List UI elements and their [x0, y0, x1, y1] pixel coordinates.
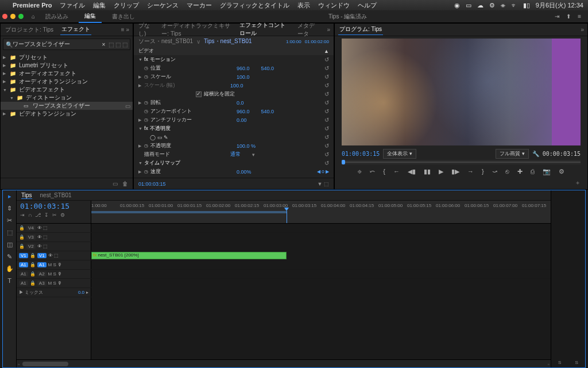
- timeline-option-icon[interactable]: ⚙: [60, 212, 65, 218]
- share-icon[interactable]: ⬆: [566, 13, 571, 20]
- timeline-tool[interactable]: T: [7, 277, 11, 284]
- zoom-dropdown[interactable]: 全体表示 ▾: [383, 149, 416, 159]
- home-icon[interactable]: ⌂: [32, 13, 35, 20]
- tree-item[interactable]: ▶📁オーディオトランジション: [1, 78, 133, 86]
- timeline-clip[interactable]: fx nest_STB01 [200%]: [91, 252, 287, 259]
- workspace-menu-icon[interactable]: ≡: [578, 13, 581, 20]
- transport-button[interactable]: }: [482, 168, 484, 175]
- timeline-tool[interactable]: ✂: [7, 217, 12, 224]
- transport-button[interactable]: 📷: [543, 168, 551, 175]
- timeline-toggle-icon[interactable]: ▲: [324, 48, 329, 54]
- fx-property[interactable]: ▶スケール (幅)100.0↺: [134, 81, 334, 90]
- panel-menu-icon[interactable]: ≡ »: [121, 26, 129, 33]
- close-icon[interactable]: [2, 14, 7, 19]
- fx-property[interactable]: ▶◷不透明度100.0 %↺: [134, 141, 334, 150]
- panel-menu-icon[interactable]: »: [581, 26, 584, 33]
- menu-marker[interactable]: マーカー: [187, 1, 212, 10]
- fx-property[interactable]: ▶◷速度0.00%◀ 0 ▶: [134, 167, 334, 176]
- status-icon[interactable]: ▭: [466, 2, 471, 9]
- transport-button[interactable]: →: [467, 168, 474, 175]
- transport-button[interactable]: ⚙: [559, 168, 564, 175]
- battery-icon[interactable]: ▮▯: [523, 2, 530, 9]
- tree-item[interactable]: ▭ワープスタビライザー▭: [1, 102, 133, 110]
- timeline-option-icon[interactable]: ⎇: [35, 212, 41, 218]
- timeline-option-icon[interactable]: ↧: [44, 212, 49, 218]
- menu-sequence[interactable]: シーケンス: [147, 1, 179, 10]
- quick-export-icon[interactable]: ⇥: [555, 13, 559, 20]
- wifi-icon[interactable]: ᯤ: [511, 2, 517, 9]
- fx-current-tc[interactable]: 01:00:03:15: [138, 181, 166, 187]
- work-area-bar[interactable]: [91, 211, 287, 213]
- tree-item[interactable]: ▼📁ビデオエフェクト: [1, 86, 133, 94]
- transport-button[interactable]: ◀▮: [408, 168, 416, 175]
- filter-icon[interactable]: ⬚ ⬚ ⬚: [109, 41, 127, 48]
- fx-filter-icon[interactable]: ▼ ⬚: [318, 181, 329, 187]
- track-V1[interactable]: V1🔒V1👁 ⬚fx nest_STB01 [200%]: [17, 251, 551, 260]
- transport-button[interactable]: ✚: [517, 168, 523, 175]
- menu-help[interactable]: ヘルプ: [358, 1, 377, 10]
- transport-button[interactable]: {: [383, 168, 385, 175]
- fx-property[interactable]: 縦横比を固定↺: [134, 90, 334, 98]
- tree-item[interactable]: ▶📁Lumetri プリセット: [1, 62, 133, 70]
- scrollbar-thumb[interactable]: [22, 362, 68, 366]
- transport-button[interactable]: ⎋: [505, 168, 509, 175]
- timeline-tool[interactable]: ⬚: [7, 229, 13, 236]
- effects-search[interactable]: 🔍 × ⬚ ⬚ ⬚: [3, 39, 130, 50]
- tree-item[interactable]: ▶📁オーディオエフェクト: [1, 70, 133, 78]
- menu-graphics[interactable]: グラフィックとタイトル: [220, 1, 289, 10]
- transport-button[interactable]: ▮▮: [424, 168, 431, 175]
- fx-property[interactable]: ◷アンカーポイント960.0540.0↺: [134, 107, 334, 116]
- program-viewer[interactable]: [342, 39, 581, 145]
- fx-property[interactable]: ▶◷スケール100.0↺: [134, 72, 334, 81]
- tree-item[interactable]: ▶📁プリセット: [1, 53, 133, 62]
- fx-property[interactable]: ◯ ▭ ✎↺: [134, 133, 334, 141]
- sequence-tab-nest[interactable]: nest_STB01: [40, 192, 72, 198]
- status-icon[interactable]: ◉: [454, 2, 460, 9]
- timeline-tool[interactable]: ◫: [7, 241, 13, 248]
- tab-export[interactable]: 書き出し: [106, 11, 141, 22]
- tree-item[interactable]: ▼📁ディストーション: [1, 94, 133, 102]
- program-tc-right[interactable]: 00:00:03:15: [543, 151, 581, 157]
- menu-view[interactable]: 表示: [297, 1, 310, 10]
- fx-section[interactable]: ▼fx モーション↺: [134, 55, 334, 64]
- tree-item[interactable]: ▶📁ビデオトランジション: [1, 110, 133, 118]
- timeline-scrollbar[interactable]: ◦ ◦: [17, 359, 551, 367]
- timeline-option-icon[interactable]: ∩: [28, 212, 32, 218]
- timeline-tool[interactable]: ▸: [8, 193, 11, 200]
- timeline-option-icon[interactable]: ✂: [52, 212, 57, 218]
- transport-button[interactable]: ▶: [439, 168, 443, 175]
- program-scrubber[interactable]: [342, 160, 581, 164]
- transport-button[interactable]: ▮▶: [451, 168, 459, 175]
- track-A1[interactable]: A1🔒A1M S 🎙: [17, 260, 551, 270]
- status-icon[interactable]: ᚑ: [501, 2, 505, 9]
- trash-icon[interactable]: 🗑: [122, 181, 128, 187]
- playhead[interactable]: [287, 211, 287, 223]
- transport-button[interactable]: ←: [393, 168, 400, 175]
- menu-file[interactable]: ファイル: [60, 1, 85, 10]
- track-V4[interactable]: 🔒V4👁 ⬚: [17, 224, 551, 233]
- quality-dropdown[interactable]: フル画質 ▾: [496, 149, 529, 159]
- tab-project[interactable]: プロジェクト: Tips: [4, 25, 55, 35]
- panel-menu-icon[interactable]: »: [327, 26, 330, 33]
- menu-edit[interactable]: 編集: [93, 1, 106, 10]
- tab-edit[interactable]: 編集: [79, 10, 102, 23]
- clear-icon[interactable]: ×: [102, 41, 106, 48]
- tab-program[interactable]: プログラム: Tips: [338, 24, 383, 35]
- timeline-tool[interactable]: ✋: [6, 265, 14, 273]
- timeline-option-icon[interactable]: ⇥: [20, 212, 25, 218]
- status-icon[interactable]: ⚙: [489, 2, 495, 9]
- transport-button[interactable]: ⎆: [358, 168, 362, 175]
- track-A2[interactable]: A1🔒A2M S 🎙: [17, 270, 551, 279]
- transport-button[interactable]: ⤻: [492, 168, 497, 175]
- track-V3[interactable]: 🔒V3👁 ⬚: [17, 233, 551, 242]
- track-ミックス[interactable]: ▶ ミックス0.0▸: [17, 288, 551, 297]
- effects-tree[interactable]: ▶📁プリセット▶📁Lumetri プリセット▶📁オーディオエフェクト▶📁オーディ…: [1, 52, 133, 178]
- fx-property[interactable]: ▶◷アンチフリッカー0.00↺: [134, 116, 334, 124]
- tab-effects[interactable]: エフェクト: [60, 24, 91, 35]
- track-V2[interactable]: 🔒V2👁 ⬚: [17, 242, 551, 251]
- new-bin-icon[interactable]: ▭: [113, 181, 118, 187]
- fx-property[interactable]: 描画モード通常▾↺: [134, 150, 334, 159]
- timeline-tool[interactable]: ⇕: [7, 205, 12, 212]
- clock[interactable]: 9月6日(火) 12:34: [536, 1, 583, 10]
- app-name[interactable]: Premiere Pro: [13, 2, 52, 9]
